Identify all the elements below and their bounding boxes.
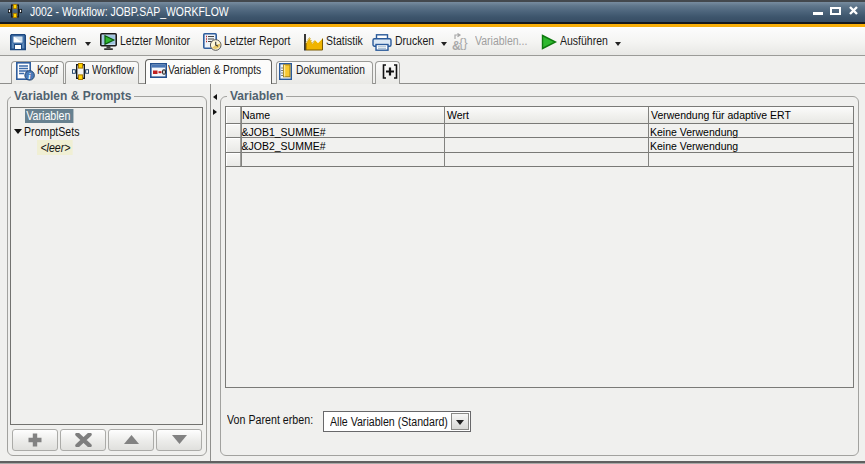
svg-text:{}: {} <box>459 35 468 50</box>
